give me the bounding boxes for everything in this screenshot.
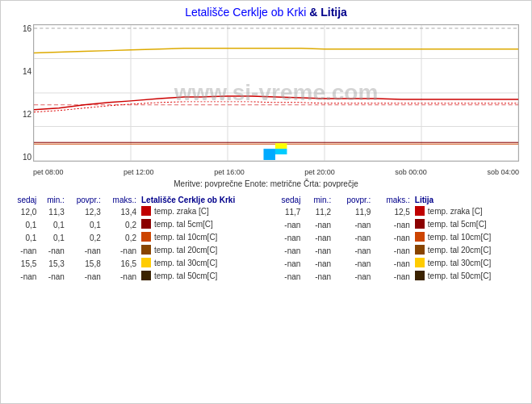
cell-sedaj: 15,5 xyxy=(9,257,39,270)
legend-label: temp. tal 5cm[C] xyxy=(154,220,213,229)
s2-col-min: min.: xyxy=(303,195,333,205)
cell-label: temp. tal 50cm[C] xyxy=(139,270,262,283)
x-axis: pet 08:00 pet 12:00 pet 16:00 pet 20:00 … xyxy=(33,168,519,176)
table-row: -nan -nan -nan -nan temp. tal 5cm[C] xyxy=(270,218,524,231)
cell-sedaj: 0,1 xyxy=(9,218,39,231)
cell-sedaj: -nan xyxy=(270,244,304,257)
cell-min: -nan xyxy=(303,257,333,270)
cell-maks: -nan xyxy=(103,270,139,283)
cell-min: -nan xyxy=(303,231,333,244)
legend-label: temp. tal 20cm[C] xyxy=(154,246,217,255)
svg-rect-13 xyxy=(263,149,274,160)
cell-maks: 16,5 xyxy=(103,257,139,270)
s2-name: Litija xyxy=(413,195,523,205)
cell-maks: 0,2 xyxy=(103,231,139,244)
legend-label: temp. tal 10cm[C] xyxy=(154,233,217,242)
cell-maks: 12,5 xyxy=(373,205,412,218)
cell-povpr: -nan xyxy=(333,270,373,283)
cell-label: temp. tal 30cm[C] xyxy=(139,257,262,270)
cell-povpr: -nan xyxy=(67,270,103,283)
legend-label: temp. tal 5cm[C] xyxy=(428,220,487,229)
x-label-3: pet 20:00 xyxy=(304,168,335,176)
cell-sedaj: -nan xyxy=(9,270,39,283)
station1-table: sedaj min.: povpr.: maks.: Letališče Cer… xyxy=(9,195,262,283)
table-row: -nan -nan -nan -nan temp. tal 50cm[C] xyxy=(9,270,262,283)
cell-sedaj: -nan xyxy=(270,218,304,231)
cell-sedaj: -nan xyxy=(270,231,304,244)
cell-label: temp. tal 10cm[C] xyxy=(413,231,523,244)
cell-sedaj: -nan xyxy=(9,244,39,257)
legend-label: temp. tal 30cm[C] xyxy=(428,259,491,267)
main-container: Letališče Cerklje ob Krki & Litija 16 14… xyxy=(0,0,532,404)
cell-povpr: -nan xyxy=(333,218,373,231)
cell-min: -nan xyxy=(303,270,333,283)
cell-min: -nan xyxy=(303,244,333,257)
cell-label: temp. tal 20cm[C] xyxy=(139,244,262,257)
cell-label: temp. tal 50cm[C] xyxy=(413,270,523,283)
y-label-16: 16 xyxy=(23,24,31,33)
cell-label: temp. tal 30cm[C] xyxy=(413,257,523,270)
y-label-12: 12 xyxy=(23,110,31,119)
title-part2: Litija xyxy=(320,6,347,19)
x-label-1: pet 12:00 xyxy=(124,168,154,176)
cell-min: 0,1 xyxy=(39,218,67,231)
table-row: 0,1 0,1 0,2 0,2 temp. tal 10cm[C] xyxy=(9,231,262,244)
cell-povpr: 0,1 xyxy=(67,218,103,231)
s1-col-povpr: povpr.: xyxy=(67,195,103,205)
table-row: 0,1 0,1 0,1 0,2 temp. tal 5cm[C] xyxy=(9,218,262,231)
title-connector: & xyxy=(306,6,320,19)
legend-color-box xyxy=(141,206,151,216)
table-row: 15,5 15,3 15,8 16,5 temp. tal 30cm[C] xyxy=(9,257,262,270)
x-label-2: pet 16:00 xyxy=(214,168,245,176)
legend-color-box xyxy=(141,245,151,255)
station2-block: sedaj min.: povpr.: maks.: Litija 11,7 1… xyxy=(270,195,524,400)
s1-col-min: min.: xyxy=(39,195,67,205)
y-label-10: 10 xyxy=(23,153,31,162)
cell-min: 15,3 xyxy=(39,257,67,270)
table-row: -nan -nan -nan -nan temp. tal 20cm[C] xyxy=(270,244,524,257)
cell-povpr: -nan xyxy=(67,244,103,257)
legend-color-box xyxy=(415,271,425,280)
title-part1: Letališče Cerklje ob Krki xyxy=(185,6,306,19)
s1-name: Letališče Cerklje ob Krki xyxy=(139,195,262,205)
legend-label: temp. zraka [C] xyxy=(428,207,483,216)
cell-povpr: 12,3 xyxy=(67,205,103,218)
legend-label: temp. tal 50cm[C] xyxy=(154,271,217,280)
chart-subtitle: Meritve: povprečne Enote: metrične Črta:… xyxy=(1,178,531,191)
legend-label: temp. tal 10cm[C] xyxy=(428,233,491,242)
cell-label: temp. zraka [C] xyxy=(139,205,262,218)
cell-sedaj: -nan xyxy=(270,257,304,270)
y-axis: 16 14 12 10 xyxy=(9,24,31,162)
chart-title: Letališče Cerklje ob Krki & Litija xyxy=(1,1,531,20)
legend-color-box xyxy=(415,232,425,242)
cell-min: 0,1 xyxy=(39,231,67,244)
cell-maks: 0,2 xyxy=(103,218,139,231)
legend-color-box xyxy=(141,258,151,267)
legend-color-box xyxy=(141,219,151,229)
cell-label: temp. tal 20cm[C] xyxy=(413,244,523,257)
cell-povpr: -nan xyxy=(333,231,373,244)
cell-maks: -nan xyxy=(373,257,412,270)
legend-color-box xyxy=(415,245,425,255)
cell-povpr: 15,8 xyxy=(67,257,103,270)
s1-col-maks: maks.: xyxy=(103,195,139,205)
x-label-0: pet 08:00 xyxy=(33,168,64,176)
cell-min: -nan xyxy=(39,270,67,283)
cell-maks: -nan xyxy=(373,244,412,257)
cell-maks: -nan xyxy=(373,270,412,283)
x-label-4: sob 00:00 xyxy=(395,168,427,176)
data-tables: sedaj min.: povpr.: maks.: Letališče Cer… xyxy=(1,191,531,403)
table-row: -nan -nan -nan -nan temp. tal 50cm[C] xyxy=(270,270,524,283)
cell-min: -nan xyxy=(39,244,67,257)
x-label-5: sob 04:00 xyxy=(487,168,519,176)
cell-maks: -nan xyxy=(103,244,139,257)
legend-color-box xyxy=(141,232,151,242)
legend-label: temp. zraka [C] xyxy=(154,207,209,216)
cell-label: temp. tal 10cm[C] xyxy=(139,231,262,244)
legend-color-box xyxy=(415,206,425,216)
cell-sedaj: -nan xyxy=(270,270,304,283)
table-row: -nan -nan -nan -nan temp. tal 30cm[C] xyxy=(270,257,524,270)
cell-povpr: 11,9 xyxy=(333,205,373,218)
cell-povpr: 0,2 xyxy=(67,231,103,244)
svg-rect-14 xyxy=(275,143,287,149)
